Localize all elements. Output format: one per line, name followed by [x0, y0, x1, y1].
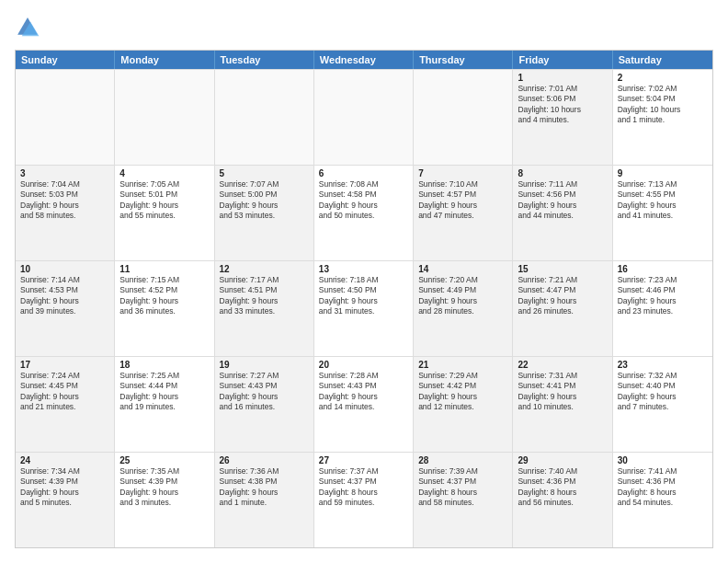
calendar-header-cell: Saturday: [613, 51, 712, 69]
calendar-cell: 26Sunrise: 7:36 AM Sunset: 4:38 PM Dayli…: [215, 453, 314, 547]
calendar-cell: [115, 70, 214, 165]
calendar-cell: 20Sunrise: 7:28 AM Sunset: 4:43 PM Dayli…: [314, 357, 414, 452]
calendar-cell: 18Sunrise: 7:25 AM Sunset: 4:44 PM Dayli…: [115, 357, 214, 452]
day-info: Sunrise: 7:15 AM Sunset: 4:52 PM Dayligh…: [119, 275, 209, 317]
day-info: Sunrise: 7:17 AM Sunset: 4:51 PM Dayligh…: [220, 275, 309, 317]
day-info: Sunrise: 7:28 AM Sunset: 4:43 PM Dayligh…: [319, 371, 408, 413]
day-number: 24: [20, 455, 109, 465]
calendar-header-cell: Friday: [513, 51, 612, 69]
calendar-cell: 29Sunrise: 7:40 AM Sunset: 4:36 PM Dayli…: [513, 453, 612, 547]
day-info: Sunrise: 7:36 AM Sunset: 4:38 PM Dayligh…: [220, 466, 309, 509]
calendar-cell: 10Sunrise: 7:14 AM Sunset: 4:53 PM Dayli…: [16, 261, 115, 356]
day-info: Sunrise: 7:18 AM Sunset: 4:50 PM Dayligh…: [319, 275, 408, 317]
day-info: Sunrise: 7:08 AM Sunset: 4:58 PM Dayligh…: [319, 179, 408, 222]
day-info: Sunrise: 7:35 AM Sunset: 4:39 PM Dayligh…: [119, 466, 209, 509]
day-info: Sunrise: 7:23 AM Sunset: 4:46 PM Dayligh…: [618, 275, 708, 317]
day-info: Sunrise: 7:27 AM Sunset: 4:43 PM Dayligh…: [220, 371, 309, 413]
calendar-cell: [414, 70, 513, 165]
calendar-cell: 25Sunrise: 7:35 AM Sunset: 4:39 PM Dayli…: [115, 453, 214, 547]
calendar-cell: 15Sunrise: 7:21 AM Sunset: 4:47 PM Dayli…: [513, 261, 612, 356]
day-number: 12: [220, 264, 309, 274]
day-info: Sunrise: 7:24 AM Sunset: 4:45 PM Dayligh…: [20, 371, 109, 413]
day-number: 7: [418, 168, 507, 178]
day-info: Sunrise: 7:41 AM Sunset: 4:36 PM Dayligh…: [618, 466, 708, 509]
day-number: 11: [119, 264, 209, 274]
day-number: 30: [618, 455, 708, 465]
day-info: Sunrise: 7:01 AM Sunset: 5:06 PM Dayligh…: [518, 84, 607, 126]
day-number: 9: [618, 168, 708, 178]
day-info: Sunrise: 7:31 AM Sunset: 4:41 PM Dayligh…: [518, 371, 607, 413]
day-info: Sunrise: 7:39 AM Sunset: 4:37 PM Dayligh…: [418, 466, 507, 509]
day-number: 4: [119, 168, 209, 178]
header: [15, 15, 713, 40]
day-info: Sunrise: 7:20 AM Sunset: 4:49 PM Dayligh…: [418, 275, 507, 317]
day-number: 29: [518, 455, 607, 465]
day-number: 13: [319, 264, 408, 274]
day-number: 17: [20, 360, 109, 370]
calendar-header-cell: Wednesday: [314, 51, 414, 69]
calendar-cell: 21Sunrise: 7:29 AM Sunset: 4:42 PM Dayli…: [414, 357, 513, 452]
page: SundayMondayTuesdayWednesdayThursdayFrid…: [0, 0, 728, 563]
day-info: Sunrise: 7:32 AM Sunset: 4:40 PM Dayligh…: [618, 371, 708, 413]
calendar-cell: 14Sunrise: 7:20 AM Sunset: 4:49 PM Dayli…: [414, 261, 513, 356]
logo-icon: [15, 15, 40, 40]
day-number: 3: [20, 168, 109, 178]
day-number: 10: [20, 264, 109, 274]
calendar-row: 17Sunrise: 7:24 AM Sunset: 4:45 PM Dayli…: [16, 356, 712, 452]
day-info: Sunrise: 7:25 AM Sunset: 4:44 PM Dayligh…: [119, 371, 209, 413]
calendar-row: 3Sunrise: 7:04 AM Sunset: 5:03 PM Daylig…: [16, 165, 712, 260]
day-info: Sunrise: 7:07 AM Sunset: 5:00 PM Dayligh…: [220, 179, 309, 222]
calendar-cell: 8Sunrise: 7:11 AM Sunset: 4:56 PM Daylig…: [513, 166, 612, 260]
calendar-cell: 19Sunrise: 7:27 AM Sunset: 4:43 PM Dayli…: [215, 357, 314, 452]
day-info: Sunrise: 7:04 AM Sunset: 5:03 PM Dayligh…: [20, 179, 109, 222]
calendar-cell: 13Sunrise: 7:18 AM Sunset: 4:50 PM Dayli…: [314, 261, 414, 356]
day-number: 18: [119, 360, 209, 370]
calendar-cell: 24Sunrise: 7:34 AM Sunset: 4:39 PM Dayli…: [16, 453, 115, 547]
calendar-cell: 12Sunrise: 7:17 AM Sunset: 4:51 PM Dayli…: [215, 261, 314, 356]
day-info: Sunrise: 7:11 AM Sunset: 4:56 PM Dayligh…: [518, 179, 607, 222]
day-info: Sunrise: 7:34 AM Sunset: 4:39 PM Dayligh…: [20, 466, 109, 509]
day-number: 15: [518, 264, 607, 274]
calendar-cell: [16, 70, 115, 165]
day-info: Sunrise: 7:05 AM Sunset: 5:01 PM Dayligh…: [119, 179, 209, 222]
day-number: 8: [518, 168, 607, 178]
day-number: 14: [418, 264, 507, 274]
day-number: 19: [220, 360, 309, 370]
calendar: SundayMondayTuesdayWednesdayThursdayFrid…: [15, 50, 713, 548]
calendar-cell: 23Sunrise: 7:32 AM Sunset: 4:40 PM Dayli…: [613, 357, 712, 452]
day-number: 6: [319, 168, 408, 178]
day-info: Sunrise: 7:10 AM Sunset: 4:57 PM Dayligh…: [418, 179, 507, 222]
calendar-row: 24Sunrise: 7:34 AM Sunset: 4:39 PM Dayli…: [16, 452, 712, 547]
calendar-cell: 9Sunrise: 7:13 AM Sunset: 4:55 PM Daylig…: [613, 166, 712, 260]
day-number: 28: [418, 455, 507, 465]
logo: [15, 15, 44, 40]
calendar-cell: 28Sunrise: 7:39 AM Sunset: 4:37 PM Dayli…: [414, 453, 513, 547]
day-number: 2: [618, 73, 708, 83]
day-number: 1: [518, 73, 607, 83]
day-number: 20: [319, 360, 408, 370]
day-number: 27: [319, 455, 408, 465]
day-info: Sunrise: 7:40 AM Sunset: 4:36 PM Dayligh…: [518, 466, 607, 509]
calendar-header: SundayMondayTuesdayWednesdayThursdayFrid…: [16, 51, 712, 69]
calendar-cell: 3Sunrise: 7:04 AM Sunset: 5:03 PM Daylig…: [16, 166, 115, 260]
calendar-cell: [215, 70, 314, 165]
calendar-header-cell: Thursday: [414, 51, 513, 69]
calendar-cell: 11Sunrise: 7:15 AM Sunset: 4:52 PM Dayli…: [115, 261, 214, 356]
calendar-cell: 4Sunrise: 7:05 AM Sunset: 5:01 PM Daylig…: [115, 166, 214, 260]
calendar-cell: 17Sunrise: 7:24 AM Sunset: 4:45 PM Dayli…: [16, 357, 115, 452]
day-number: 25: [119, 455, 209, 465]
calendar-cell: 1Sunrise: 7:01 AM Sunset: 5:06 PM Daylig…: [513, 70, 612, 165]
calendar-cell: 6Sunrise: 7:08 AM Sunset: 4:58 PM Daylig…: [314, 166, 414, 260]
calendar-row: 10Sunrise: 7:14 AM Sunset: 4:53 PM Dayli…: [16, 260, 712, 356]
day-info: Sunrise: 7:02 AM Sunset: 5:04 PM Dayligh…: [618, 84, 708, 126]
calendar-cell: 7Sunrise: 7:10 AM Sunset: 4:57 PM Daylig…: [414, 166, 513, 260]
day-number: 26: [220, 455, 309, 465]
day-number: 22: [518, 360, 607, 370]
calendar-cell: 22Sunrise: 7:31 AM Sunset: 4:41 PM Dayli…: [513, 357, 612, 452]
day-number: 5: [220, 168, 309, 178]
calendar-cell: 2Sunrise: 7:02 AM Sunset: 5:04 PM Daylig…: [613, 70, 712, 165]
calendar-cell: 27Sunrise: 7:37 AM Sunset: 4:37 PM Dayli…: [314, 453, 414, 547]
calendar-cell: [314, 70, 414, 165]
day-info: Sunrise: 7:37 AM Sunset: 4:37 PM Dayligh…: [319, 466, 408, 509]
calendar-body: 1Sunrise: 7:01 AM Sunset: 5:06 PM Daylig…: [16, 69, 712, 547]
